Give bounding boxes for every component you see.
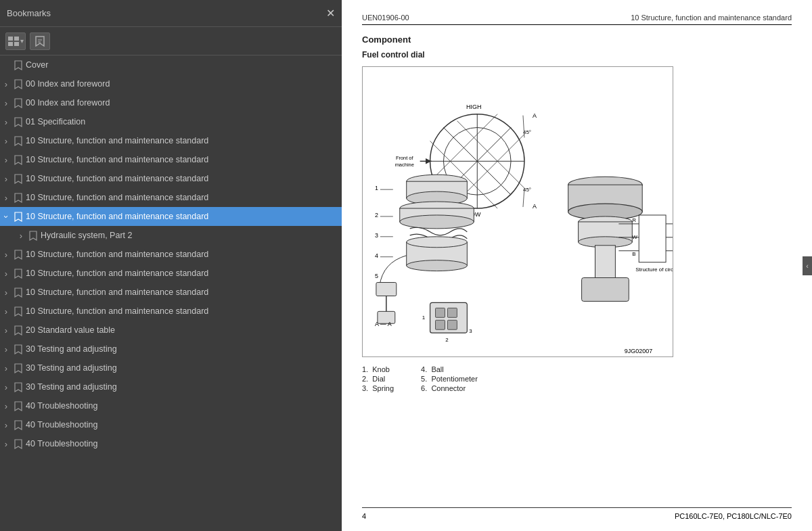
bookmark-item-30-testing-3[interactable]: › 30 Testing and adjusting: [0, 377, 342, 396]
bookmark-item-cover[interactable]: Cover: [0, 55, 342, 74]
bookmark-item-40-trouble-2[interactable]: › 40 Troubleshooting: [0, 415, 342, 434]
sidebar-toolbar: ▾: [0, 27, 342, 55]
bookmark-label-10-struct-9: 10 Structure, function and maintenance s…: [24, 306, 339, 316]
menu-dropdown-button[interactable]: ▾: [5, 32, 26, 50]
bookmarks-list[interactable]: Cover› 00 Index and foreword› 00 Index a…: [0, 55, 342, 531]
legend-area: 1. Knob 2. Dial 3. Spring 4. Ball 5. Pot…: [362, 365, 792, 392]
bookmark-item-40-trouble-1[interactable]: › 40 Troubleshooting: [0, 396, 342, 415]
bookmark-page-icon-10-struct-5: [12, 207, 24, 226]
svg-text:3: 3: [375, 232, 378, 239]
bookmark-label-10-struct-2: 10 Structure, function and maintenance s…: [24, 155, 339, 164]
bookmark-label-hydraulic: Hydraulic system, Part 2: [39, 231, 339, 240]
expand-button-40-trouble-3[interactable]: ›: [0, 434, 12, 453]
expand-button-00-index-1[interactable]: ›: [0, 74, 12, 93]
expand-button-00-index-2[interactable]: ›: [0, 93, 12, 112]
svg-text:9JG02007: 9JG02007: [625, 348, 652, 354]
expand-button-01-spec[interactable]: ›: [0, 112, 12, 131]
bookmark-page-icon-40-trouble-1: [12, 396, 24, 415]
bookmark-item-10-struct-1[interactable]: › 10 Structure, function and maintenance…: [0, 131, 342, 150]
svg-rect-60: [639, 215, 666, 262]
expand-button-30-testing-1[interactable]: ›: [0, 340, 12, 359]
expand-button-20-standard[interactable]: ›: [0, 321, 12, 340]
bookmark-label-40-trouble-1: 40 Troubleshooting: [24, 401, 339, 411]
subsection-heading: Fuel control dial: [362, 50, 792, 60]
expand-button-10-struct-8[interactable]: ›: [0, 283, 12, 302]
expand-button-30-testing-2[interactable]: ›: [0, 359, 12, 377]
bookmark-item-10-struct-5[interactable]: › 10 Structure, function and maintenance…: [0, 207, 342, 226]
svg-point-44: [407, 260, 468, 271]
bookmark-label-10-struct-4: 10 Structure, function and maintenance s…: [24, 193, 339, 202]
bookmark-label-00-index-2: 00 Index and foreword: [24, 98, 339, 108]
bookmark-label-10-struct-6: 10 Structure, function and maintenance s…: [24, 250, 339, 259]
svg-rect-72: [436, 308, 445, 317]
bookmark-page-icon-10-struct-9: [12, 302, 24, 321]
bookmark-item-40-trouble-3[interactable]: › 40 Troubleshooting: [0, 434, 342, 453]
svg-rect-3: [14, 42, 19, 46]
svg-rect-56: [582, 278, 629, 302]
bookmark-page-icon-30-testing-2: [12, 359, 24, 377]
expand-button-10-struct-1[interactable]: ›: [0, 131, 12, 150]
bookmark-item-20-standard[interactable]: › 20 Standard value table: [0, 321, 342, 340]
bookmark-label-01-spec: 01 Specification: [24, 117, 339, 126]
bookmark-item-01-spec[interactable]: › 01 Specification: [0, 112, 342, 131]
bookmark-item-10-struct-3[interactable]: › 10 Structure, function and maintenance…: [0, 169, 342, 188]
expand-button-10-struct-6[interactable]: ›: [0, 245, 12, 264]
bookmark-page-icon-10-struct-3: [12, 169, 24, 188]
svg-point-41: [400, 215, 474, 229]
expand-button-10-struct-7[interactable]: ›: [0, 264, 12, 283]
svg-text:1: 1: [375, 185, 378, 191]
expand-button-10-struct-3[interactable]: ›: [0, 169, 12, 188]
bookmark-item-30-testing-2[interactable]: › 30 Testing and adjusting: [0, 359, 342, 377]
page-footer: 4 PC160LC-7E0, PC180LC/NLC-7E0: [362, 507, 792, 520]
legend-item-4: 4. Ball: [421, 365, 478, 373]
bookmark-item-00-index-1[interactable]: › 00 Index and foreword: [0, 74, 342, 93]
sidebar-header: Bookmarks ✕: [0, 0, 342, 27]
expand-button-10-struct-9[interactable]: ›: [0, 302, 12, 321]
legend-right: 4. Ball 5. Potentiometer 6. Connector: [421, 365, 478, 392]
bookmark-page-icon-01-spec: [12, 112, 24, 131]
svg-rect-2: [8, 42, 13, 46]
bookmark-item-30-testing-1[interactable]: › 30 Testing and adjusting: [0, 340, 342, 359]
page-header: UEN01906-00 10 Structure, function and m…: [362, 14, 792, 25]
expand-button-hydraulic[interactable]: ›: [15, 226, 27, 245]
bookmark-item-10-struct-8[interactable]: › 10 Structure, function and maintenance…: [0, 283, 342, 302]
svg-text:Structure of circuit: Structure of circuit: [635, 267, 673, 273]
bookmark-label-40-trouble-2: 40 Troubleshooting: [24, 420, 339, 430]
bookmark-page-icon-00-index-2: [12, 93, 24, 112]
bookmark-item-10-struct-4[interactable]: › 10 Structure, function and maintenance…: [0, 188, 342, 207]
svg-text:2: 2: [375, 212, 378, 218]
svg-text:HIGH: HIGH: [466, 103, 481, 110]
expand-button-cover[interactable]: [0, 55, 12, 74]
bookmark-page-icon-cover: [12, 55, 24, 74]
bookmark-item-10-struct-9[interactable]: › 10 Structure, function and maintenance…: [0, 302, 342, 321]
bookmark-label-30-testing-3: 30 Testing and adjusting: [24, 382, 339, 392]
bookmark-item-00-index-2[interactable]: › 00 Index and foreword: [0, 93, 342, 112]
expand-button-10-struct-5[interactable]: ›: [0, 207, 12, 226]
section-header-title: 10 Structure, function and maintenance s…: [631, 14, 792, 22]
svg-text:B: B: [632, 251, 635, 257]
svg-text:R: R: [632, 217, 636, 223]
bookmark-item-10-struct-6[interactable]: › 10 Structure, function and maintenance…: [0, 245, 342, 264]
collapse-sidebar-button[interactable]: ‹: [803, 256, 812, 275]
expand-button-30-testing-3[interactable]: ›: [0, 377, 12, 396]
bookmark-item-10-struct-2[interactable]: › 10 Structure, function and maintenance…: [0, 150, 342, 169]
expand-button-40-trouble-2[interactable]: ›: [0, 415, 12, 434]
expand-button-10-struct-2[interactable]: ›: [0, 150, 12, 169]
bookmark-label-40-trouble-3: 40 Troubleshooting: [24, 439, 339, 448]
svg-rect-55: [595, 246, 616, 279]
svg-point-43: [407, 237, 468, 248]
bookmark-item-10-struct-7[interactable]: › 10 Structure, function and maintenance…: [0, 264, 342, 283]
expand-button-40-trouble-1[interactable]: ›: [0, 396, 12, 415]
bookmark-view-button[interactable]: [30, 32, 50, 50]
bookmark-item-hydraulic[interactable]: › Hydraulic system, Part 2: [0, 226, 342, 245]
bookmark-label-10-struct-5: 10 Structure, function and maintenance s…: [24, 212, 339, 221]
bookmark-label-10-struct-8: 10 Structure, function and maintenance s…: [24, 287, 339, 297]
bookmark-page-icon-30-testing-3: [12, 377, 24, 396]
fuel-control-dial-diagram: HIGH LOW 45° 45° Front of machine A A: [362, 66, 673, 357]
expand-button-10-struct-4[interactable]: ›: [0, 188, 12, 207]
svg-text:Front of: Front of: [396, 155, 414, 161]
bookmark-page-icon-hydraulic: [27, 226, 39, 245]
close-button[interactable]: ✕: [326, 7, 335, 20]
svg-text:3: 3: [469, 328, 472, 334]
bookmark-label-30-testing-1: 30 Testing and adjusting: [24, 344, 339, 354]
